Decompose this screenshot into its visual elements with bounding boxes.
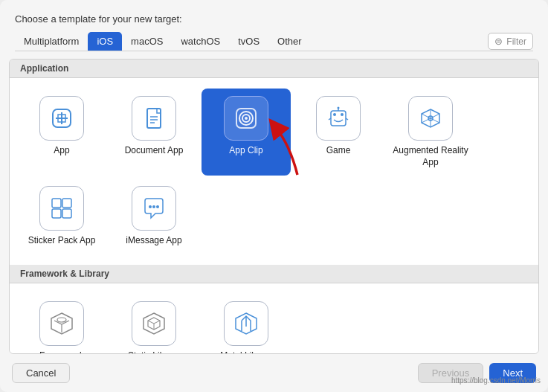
sticker-pack-icon-box <box>39 186 84 231</box>
tab-macos[interactable]: macOS <box>122 32 172 51</box>
static-library-icon-box <box>132 301 176 346</box>
svg-point-18 <box>149 205 152 208</box>
next-button[interactable]: Next <box>489 363 536 383</box>
svg-rect-14 <box>52 199 61 208</box>
game-label: Game <box>326 145 351 157</box>
template-framework[interactable]: Framework <box>17 294 106 354</box>
framework-library-grid: Framework Static Library <box>10 283 538 354</box>
svg-rect-6 <box>331 111 346 126</box>
template-app[interactable]: App <box>17 89 106 176</box>
dialog-footer: Cancel Previous Next <box>0 354 548 392</box>
template-imessage-app[interactable]: iMessage App <box>109 179 199 254</box>
ar-app-icon-box <box>408 96 453 141</box>
game-icon-box <box>316 96 361 141</box>
metal-library-icon-box <box>224 301 268 346</box>
app-clip-label: App Clip <box>229 145 262 157</box>
section-framework-library: Framework & Library <box>10 265 538 283</box>
template-game[interactable]: Game <box>294 89 383 176</box>
sticker-pack-label: Sticker Pack App <box>28 235 96 247</box>
content-area: Application App <box>9 59 539 354</box>
application-grid: App Document App <box>10 78 538 265</box>
filter-label: Filter <box>506 36 526 47</box>
svg-point-19 <box>152 205 155 208</box>
document-app-label: Document App <box>125 145 184 157</box>
template-ar-app[interactable]: Augmented Reality App <box>386 89 475 176</box>
app-clip-icon-box <box>224 96 268 141</box>
imessage-app-icon-box <box>132 186 176 231</box>
template-metal-library[interactable]: Metal Library <box>202 294 291 354</box>
section-application: Application <box>10 60 538 78</box>
svg-point-7 <box>333 113 336 116</box>
svg-point-22 <box>57 318 66 322</box>
ar-app-label: Augmented Reality App <box>390 145 471 168</box>
app-label: App <box>54 145 69 157</box>
template-document-app[interactable]: Document App <box>109 89 199 176</box>
dialog-title: Choose a template for your new target: <box>15 13 533 25</box>
svg-point-8 <box>341 113 344 116</box>
svg-rect-17 <box>62 209 71 218</box>
tab-tvos[interactable]: tvOS <box>229 32 268 51</box>
cancel-button[interactable]: Cancel <box>12 363 70 383</box>
svg-rect-16 <box>52 209 61 218</box>
tab-multiplatform[interactable]: Multiplatform <box>15 32 88 51</box>
svg-rect-1 <box>147 109 161 128</box>
document-app-icon-box <box>132 96 176 141</box>
svg-rect-15 <box>62 199 71 208</box>
framework-icon-box <box>39 301 84 346</box>
svg-point-5 <box>245 117 248 120</box>
template-static-library[interactable]: Static Library <box>109 294 199 354</box>
tab-ios[interactable]: iOS <box>88 32 122 51</box>
template-sticker-pack[interactable]: Sticker Pack App <box>17 179 106 254</box>
tab-other[interactable]: Other <box>268 32 311 51</box>
app-icon-box <box>39 96 84 141</box>
previous-button[interactable]: Previous <box>418 363 484 383</box>
svg-point-20 <box>156 205 159 208</box>
tabs-bar: Multiplatform iOS macOS watchOS tvOS Oth… <box>15 32 533 51</box>
svg-point-10 <box>338 107 340 109</box>
template-app-clip[interactable]: App Clip <box>202 89 291 176</box>
filter-icon: ⊜ <box>494 36 503 47</box>
tab-watchos[interactable]: watchOS <box>172 32 229 51</box>
imessage-app-label: iMessage App <box>126 235 181 247</box>
filter-box[interactable]: ⊜ Filter <box>488 33 533 50</box>
